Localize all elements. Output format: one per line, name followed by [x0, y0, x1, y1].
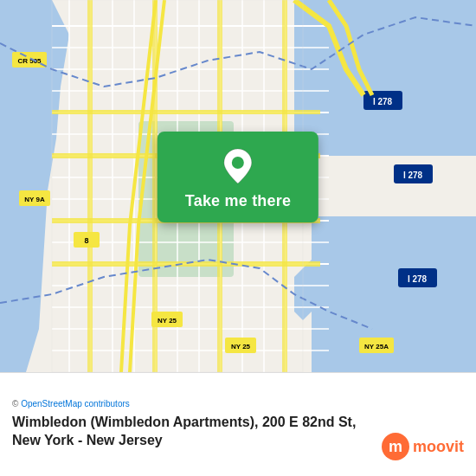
location-subtitle-text: New York - New Jersey [12, 433, 163, 447]
copyright-symbol: © [12, 399, 18, 408]
map-container: I 278 I 278 I 278 8 NY 9A NY 25 NY 25 NY… [0, 0, 476, 372]
svg-text:8: 8 [84, 236, 88, 245]
svg-text:NY 25: NY 25 [231, 343, 251, 351]
location-pin-icon [221, 147, 255, 185]
svg-text:I 278: I 278 [373, 97, 393, 106]
svg-text:CR 505: CR 505 [17, 57, 42, 65]
green-card: Take me there [158, 132, 318, 222]
button-overlay: Take me there [158, 132, 318, 222]
svg-text:I 278: I 278 [408, 274, 428, 284]
bottom-info-bar: © OpenStreetMap contributors Wimbledon (… [0, 372, 476, 476]
svg-text:NY 25: NY 25 [158, 317, 177, 325]
svg-text:I 278: I 278 [403, 170, 423, 180]
location-title-text: Wimbledon (Wimbledon Apartments), 200 E … [12, 415, 356, 429]
moovit-brand-text: moovit [413, 438, 464, 456]
svg-text:NY 25A: NY 25A [364, 343, 389, 351]
svg-rect-35 [87, 0, 93, 372]
svg-point-58 [232, 157, 244, 169]
moovit-logo-icon: m [382, 433, 409, 460]
openstreetmap-link[interactable]: OpenStreetMap contributors [21, 399, 130, 408]
take-me-there-button[interactable]: Take me there [185, 192, 291, 210]
openstreetmap-credit: © OpenStreetMap contributors [12, 399, 464, 408]
moovit-logo[interactable]: m moovit [382, 433, 464, 460]
svg-text:NY 9A: NY 9A [24, 196, 45, 203]
